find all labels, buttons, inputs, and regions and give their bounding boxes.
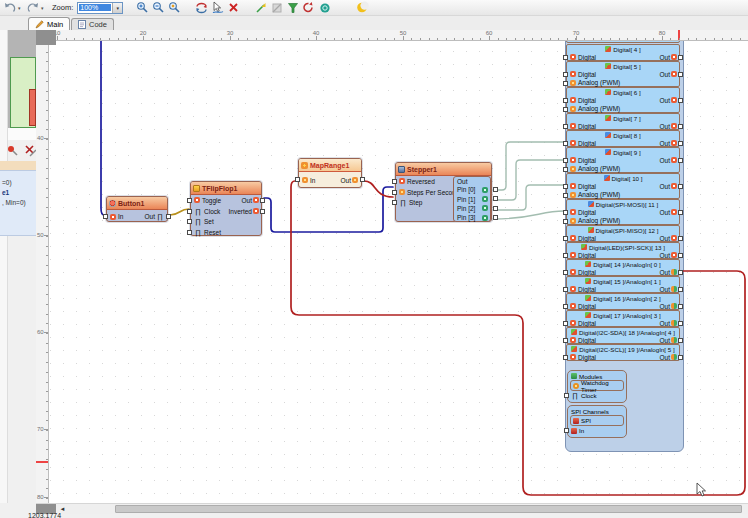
board-analog-in-port[interactable] bbox=[563, 81, 568, 86]
pin-icon[interactable] bbox=[6, 144, 19, 157]
board-pin-row[interactable]: Digital[ 7 ]DigitalOut bbox=[566, 113, 680, 130]
button1-in-port[interactable] bbox=[103, 214, 108, 219]
board-pin-row[interactable]: Digital(LED)(SPI-SCK)[ 13 ]DigitalOut bbox=[566, 242, 680, 259]
stepper1-steps-pin[interactable]: Steps Per Second bbox=[396, 187, 457, 198]
link-icon[interactable] bbox=[253, 1, 268, 15]
toggle-port[interactable] bbox=[187, 198, 192, 203]
pin0-port[interactable] bbox=[493, 187, 498, 192]
stepper1-step-pin[interactable]: Step bbox=[396, 197, 457, 208]
tflipflop1-inverted-port[interactable] bbox=[260, 209, 265, 214]
board-pin-row[interactable]: Digital[ 17 ]/AnalogIn[ 3 ]DigitalOut bbox=[566, 310, 680, 327]
tflipflop1-toggle-pin[interactable]: Toggle Out bbox=[191, 195, 261, 206]
board-pin-row[interactable]: Digital[ 9 ]DigitalOutAnalog (PWM) bbox=[566, 147, 680, 173]
night-mode-icon[interactable] bbox=[355, 1, 370, 15]
wire-stepper-pin3-to-digital11[interactable] bbox=[493, 211, 564, 219]
board-analog-in-port[interactable] bbox=[563, 193, 568, 198]
board-out-port[interactable] bbox=[678, 72, 683, 77]
board-out-port[interactable] bbox=[678, 287, 683, 292]
board-digital-in-port[interactable] bbox=[563, 141, 568, 146]
wire-stepper-pin0-to-digital8[interactable] bbox=[493, 142, 564, 190]
stepper1-pin1[interactable]: Pin [1] bbox=[454, 194, 490, 203]
board-digital-in-port[interactable] bbox=[563, 55, 568, 60]
board-digital-in-port[interactable] bbox=[563, 124, 568, 129]
board-out-port[interactable] bbox=[678, 158, 683, 163]
board-out-port[interactable] bbox=[678, 98, 683, 103]
board-pin-row[interactable]: Digital[ 10 ]DigitalOutAnalog (PWM) bbox=[566, 173, 680, 199]
board-pin-row[interactable]: Digital(SPI-MISO)[ 12 ]DigitalOut bbox=[566, 225, 680, 242]
pointer-mode-icon[interactable] bbox=[210, 1, 225, 15]
pin3-port[interactable] bbox=[493, 215, 498, 220]
set-port[interactable] bbox=[187, 219, 192, 224]
board-modules-box[interactable]: Modules Watchdog Timer Clock bbox=[567, 370, 627, 403]
board-out-port[interactable] bbox=[678, 124, 683, 129]
scrollbar-thumb[interactable] bbox=[115, 505, 742, 513]
watchdog-timer-item[interactable]: Watchdog Timer bbox=[570, 380, 624, 391]
zoom-custom-icon[interactable] bbox=[167, 1, 182, 15]
tab-code[interactable]: Code bbox=[71, 18, 114, 30]
spi-in-pin[interactable]: In bbox=[568, 426, 626, 435]
button1-block[interactable]: Button1 In Out bbox=[106, 196, 168, 222]
undo-dropdown-icon[interactable]: ▾ bbox=[18, 1, 24, 15]
board-digital-in-port[interactable] bbox=[563, 287, 568, 292]
spi-in-port[interactable] bbox=[564, 428, 569, 433]
board-pin-row[interactable]: Digital[ 16 ]/AnalogIn[ 2 ]DigitalOut bbox=[566, 293, 680, 310]
tflipflop1-block[interactable]: TFlipFlop1 Toggle Out Clock Inverted bbox=[190, 181, 262, 236]
maprange1-block[interactable]: MapRange1 In Out bbox=[298, 158, 362, 188]
delete-icon[interactable] bbox=[226, 1, 241, 15]
reset-port[interactable] bbox=[187, 230, 192, 235]
zoom-out-icon[interactable] bbox=[151, 1, 166, 15]
tflipflop1-set-pin[interactable]: Set bbox=[191, 216, 261, 227]
board-pin-row[interactable]: Digital[ 14 ]/AnalogIn[ 0 ]DigitalOut bbox=[566, 259, 680, 276]
tflipflop1-out-port[interactable] bbox=[260, 198, 265, 203]
board-digital-in-port[interactable] bbox=[563, 321, 568, 326]
board-out-port[interactable] bbox=[678, 304, 683, 309]
clock-port[interactable] bbox=[564, 393, 569, 398]
board-pin-row[interactable]: Digital[ 15 ]/AnalogIn[ 1 ]DigitalOut bbox=[566, 276, 680, 293]
refresh-icon[interactable] bbox=[301, 1, 316, 15]
wire-to-button-in[interactable] bbox=[101, 40, 104, 215]
board-digital-in-port[interactable] bbox=[563, 304, 568, 309]
pin2-port[interactable] bbox=[493, 206, 498, 211]
board-out-port[interactable] bbox=[678, 270, 683, 275]
maprange1-in-port[interactable] bbox=[295, 177, 300, 182]
board-out-port[interactable] bbox=[678, 253, 683, 258]
board-digital-in-port[interactable] bbox=[563, 72, 568, 77]
spi-item[interactable]: SPI bbox=[570, 415, 624, 426]
stepper1-reversed-pin[interactable]: Reversed bbox=[396, 176, 457, 187]
board-digital-in-port[interactable] bbox=[563, 184, 568, 189]
board-pin-row[interactable]: Digital(SPI-MOSI)[ 11 ]DigitalOutAnalog … bbox=[566, 199, 680, 225]
tab-main[interactable]: Main bbox=[28, 17, 70, 30]
reversed-port[interactable] bbox=[392, 179, 397, 184]
stepper1-pin3[interactable]: Pin [3] bbox=[454, 213, 490, 222]
board-pin-row[interactable]: Digital[ 5 ]DigitalOutAnalog (PWM) bbox=[566, 61, 680, 87]
board-digital-in-port[interactable] bbox=[563, 98, 568, 103]
button1-out-port[interactable] bbox=[166, 214, 171, 219]
board-analog-in-port[interactable] bbox=[563, 107, 568, 112]
wire-maprange-out-to-stepper-steps[interactable] bbox=[364, 181, 393, 197]
unlink-icon[interactable] bbox=[269, 1, 284, 15]
undo-icon[interactable] bbox=[2, 1, 17, 15]
zoom-in-icon[interactable] bbox=[135, 1, 150, 15]
board-analog-in-port[interactable] bbox=[563, 219, 568, 224]
board-out-port[interactable] bbox=[678, 338, 683, 343]
design-canvas[interactable]: Digital[ 4 ]DigitalOutDigital[ 5 ]Digita… bbox=[48, 40, 748, 503]
board-out-port[interactable] bbox=[678, 210, 683, 215]
board-pin-row[interactable]: Digital[ 8 ]DigitalOut bbox=[566, 130, 680, 147]
horizontal-scrollbar[interactable]: ◄ bbox=[36, 503, 748, 514]
tflipflop1-reset-pin[interactable]: Reset bbox=[191, 227, 261, 238]
steps-port[interactable] bbox=[392, 190, 397, 195]
board-digital-in-port[interactable] bbox=[563, 210, 568, 215]
wire-flipflop-out-to-stepper-reversed[interactable] bbox=[264, 187, 393, 232]
channels-icon[interactable] bbox=[317, 1, 332, 15]
zoom-dropdown-icon[interactable]: ▾ bbox=[112, 3, 122, 13]
reconnect-icon[interactable] bbox=[194, 1, 209, 15]
board-digital-in-port[interactable] bbox=[563, 236, 568, 241]
stepper1-pin2[interactable]: Pin [2] bbox=[454, 204, 490, 213]
board-out-port[interactable] bbox=[678, 184, 683, 189]
wire-stepper-pin2-to-digital10[interactable] bbox=[493, 185, 564, 210]
board-digital-in-port[interactable] bbox=[563, 338, 568, 343]
board-pin-row[interactable]: Digital[ 6 ]DigitalOutAnalog (PWM) bbox=[566, 87, 680, 113]
board-clock-pin[interactable]: Clock bbox=[568, 391, 626, 400]
board-digital-in-port[interactable] bbox=[563, 158, 568, 163]
pin1-port[interactable] bbox=[493, 196, 498, 201]
